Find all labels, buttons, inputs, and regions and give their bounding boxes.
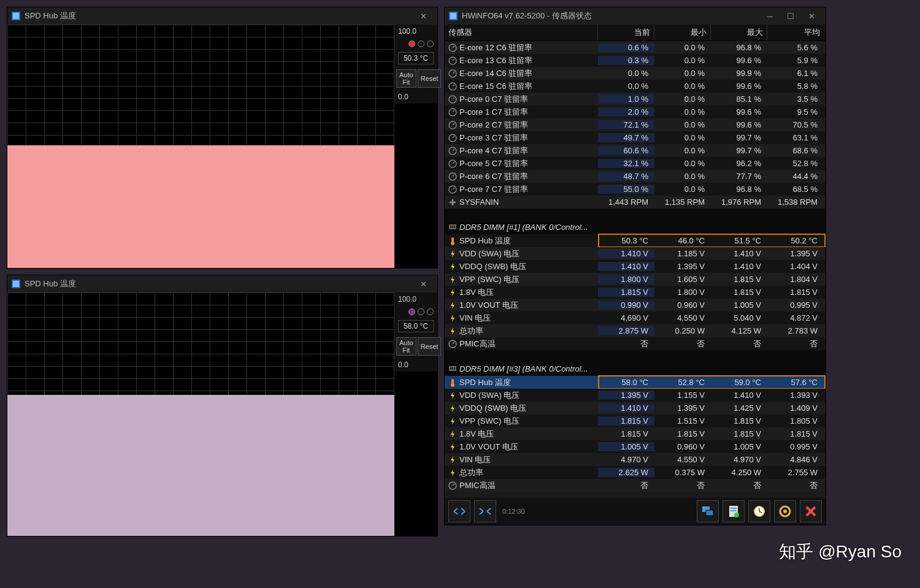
- sensor-row[interactable]: 总功率2.625 W0.375 W4.250 W2.755 W: [445, 466, 826, 479]
- reset-button[interactable]: Reset: [418, 337, 442, 356]
- titlebar[interactable]: SPD Hub 温度 ✕: [7, 7, 437, 25]
- titlebar[interactable]: HWiNFO64 v7.62-5200 - 传感器状态 ─ ☐ ✕: [445, 7, 826, 25]
- sensor-row[interactable]: 总功率2.875 W0.250 W4.125 W2.783 W: [445, 324, 826, 337]
- collapse-button[interactable]: [474, 500, 496, 522]
- header-sensor[interactable]: 传感器: [445, 25, 598, 40]
- sensor-row[interactable]: VPP (SWC) 电压1.800 V1.605 V1.815 V1.804 V: [445, 273, 826, 286]
- sensor-row[interactable]: SPD Hub 温度50.3 °C46.0 °C51.5 °C50.2 °C: [445, 234, 826, 247]
- marker-active-icon[interactable]: [408, 40, 415, 47]
- log-button[interactable]: [723, 500, 745, 522]
- value-avg: 1,538 RPM: [767, 197, 824, 207]
- close-button[interactable]: ✕: [413, 277, 434, 291]
- monitors-button[interactable]: [697, 500, 719, 522]
- sensor-name: 总功率: [459, 326, 483, 337]
- marker-active-icon[interactable]: [408, 308, 415, 315]
- marker-icon[interactable]: [427, 40, 434, 47]
- sensor-row[interactable]: VDD (SWA) 电压1.395 V1.155 V1.410 V1.393 V: [445, 389, 826, 402]
- volt-icon: [448, 417, 457, 426]
- volt-icon: [448, 250, 457, 258]
- sensor-row[interactable]: P-core 4 C7 驻留率60.6 %0.0 %99.7 %68.6 %: [445, 144, 826, 157]
- sensor-row[interactable]: E-core 14 C6 驻留率0.0 %0.0 %99.9 %6.1 %: [445, 67, 826, 80]
- close-button[interactable]: ✕: [413, 9, 434, 23]
- sensor-row[interactable]: P-core 3 C7 驻留率49.7 %0.0 %99.7 %63.1 %: [445, 131, 826, 144]
- sensor-row[interactable]: VDD (SWA) 电压1.410 V1.185 V1.410 V1.395 V: [445, 247, 826, 260]
- sensor-name: SPD Hub 温度: [459, 377, 511, 388]
- sensor-row[interactable]: 1.8V 电压1.815 V1.815 V1.815 V1.815 V: [445, 427, 826, 440]
- sensor-row[interactable]: VDDQ (SWB) 电压1.410 V1.395 V1.410 V1.404 …: [445, 260, 826, 273]
- sensor-row[interactable]: P-core 1 C7 驻留率2.0 %0.0 %99.6 %9.5 %: [445, 105, 826, 118]
- sensor-row[interactable]: E-core 15 C6 驻留率0.0 %0.0 %99.6 %5.8 %: [445, 80, 826, 93]
- sensor-row[interactable]: PMIC高温否否否否: [445, 337, 826, 350]
- value-current: 1.410 V: [598, 262, 654, 271]
- value-current: 2.625 W: [598, 468, 654, 477]
- sensor-name: VIN 电压: [459, 313, 491, 324]
- exit-button[interactable]: [800, 500, 822, 522]
- sensor-row[interactable]: SPD Hub 温度58.0 °C52.8 °C59.0 °C57.6 °C: [445, 376, 826, 389]
- spacer-row: [445, 350, 826, 361]
- value-min: 1.515 V: [654, 416, 711, 426]
- graph-axis: 100.0 50.3 °C Auto Fit Reset 0.0: [394, 25, 437, 104]
- reset-button[interactable]: Reset: [418, 69, 442, 88]
- sensor-row[interactable]: P-core 0 C7 驻留率1.0 %0.0 %85.1 %3.5 %: [445, 93, 826, 105]
- sensor-row[interactable]: P-core 6 C7 驻留率48.7 %0.0 %77.7 %44.4 %: [445, 170, 826, 183]
- temp-icon: [448, 378, 457, 387]
- sensor-row[interactable]: P-core 2 C7 驻留率72.1 %0.0 %99.6 %70.5 %: [445, 118, 826, 131]
- value-current: 2.875 W: [598, 326, 654, 335]
- autofit-button[interactable]: Auto Fit: [396, 337, 416, 356]
- sensor-row[interactable]: P-core 5 C7 驻留率32.1 %0.0 %96.2 %52.8 %: [445, 157, 826, 170]
- value-current: 否: [598, 480, 654, 491]
- titlebar[interactable]: SPD Hub 温度 ✕: [7, 275, 437, 292]
- series-markers[interactable]: [394, 38, 437, 50]
- minimize-button[interactable]: ─: [759, 9, 780, 23]
- settings-button[interactable]: [774, 500, 796, 522]
- sensor-row[interactable]: VPP (SWC) 电压1.815 V1.515 V1.815 V1.805 V: [445, 414, 826, 427]
- sensor-row[interactable]: VIN 电压4.690 V4.550 V5.040 V4.872 V: [445, 311, 826, 324]
- value-current: 1,443 RPM: [598, 197, 654, 207]
- sensor-rows[interactable]: E-core 12 C6 驻留率0.6 %0.0 %96.8 %5.6 %E-c…: [445, 41, 826, 502]
- sensor-row[interactable]: 1.8V 电压1.815 V1.800 V1.815 V1.815 V: [445, 286, 826, 299]
- value-avg: 1.804 V: [767, 275, 824, 284]
- sensor-row[interactable]: SYSFANIN1,443 RPM1,135 RPM1,976 RPM1,538…: [445, 196, 826, 208]
- section-row[interactable]: DDR5 DIMM [#1] (BANK 0/Control...: [445, 220, 826, 234]
- marker-icon[interactable]: [418, 308, 424, 315]
- value-current: 60.6 %: [598, 146, 654, 155]
- sensor-row[interactable]: 1.0V VOUT 电压0.990 V0.960 V1.005 V0.995 V: [445, 299, 826, 311]
- close-button[interactable]: ✕: [801, 9, 822, 23]
- expand-button[interactable]: [448, 500, 470, 522]
- volt-icon: [448, 288, 457, 297]
- graph-area[interactable]: 100.0 50.3 °C Auto Fit Reset 0.0: [7, 25, 437, 268]
- clock-button[interactable]: [748, 500, 770, 522]
- value-avg: 1.409 V: [767, 403, 824, 413]
- sensor-row[interactable]: 1.0V VOUT 电压1.005 V0.960 V1.005 V0.995 V: [445, 440, 826, 453]
- spacer-row: [445, 208, 826, 220]
- header-avg[interactable]: 平均: [767, 25, 824, 40]
- value-avg: 1.395 V: [767, 249, 824, 258]
- sensor-name: P-core 2 C7 驻留率: [459, 120, 528, 131]
- sensor-row[interactable]: VDDQ (SWB) 电压1.410 V1.395 V1.425 V1.409 …: [445, 402, 826, 414]
- autofit-button[interactable]: Auto Fit: [396, 69, 416, 88]
- series-markers[interactable]: [394, 306, 437, 318]
- value-min: 4.550 V: [654, 313, 711, 323]
- sensor-row[interactable]: VIN 电压4.970 V4.550 V4.970 V4.846 V: [445, 453, 826, 466]
- sensor-row[interactable]: P-core 7 C7 驻留率55.0 %0.0 %96.8 %68.5 %: [445, 183, 826, 196]
- maximize-button[interactable]: ☐: [780, 9, 801, 23]
- marker-icon[interactable]: [418, 40, 424, 47]
- header-max[interactable]: 最大: [711, 25, 767, 40]
- svg-point-24: [451, 242, 454, 245]
- section-row[interactable]: DDR5 DIMM [#3] (BANK 0/Control...: [445, 361, 826, 376]
- column-headers[interactable]: 传感器 当前 最小 最大 平均: [445, 25, 826, 41]
- value-min: 0.0 %: [654, 69, 711, 78]
- sensor-row[interactable]: E-core 12 C6 驻留率0.6 %0.0 %96.8 %5.6 %: [445, 41, 826, 54]
- sensor-name: VDDQ (SWB) 电压: [459, 403, 526, 414]
- svg-point-42: [783, 510, 787, 513]
- sensor-row[interactable]: E-core 13 C6 驻留率0.3 %0.0 %99.6 %5.9 %: [445, 54, 826, 67]
- sensor-row[interactable]: PMIC高温否否否否: [445, 479, 826, 492]
- header-current[interactable]: 当前: [598, 25, 654, 40]
- header-min[interactable]: 最小: [654, 25, 711, 40]
- marker-icon[interactable]: [427, 308, 434, 315]
- value-max: 99.7 %: [711, 146, 767, 155]
- app-icon: [11, 279, 21, 289]
- value-min: 1.395 V: [654, 262, 711, 271]
- value-current: 55.0 %: [598, 185, 654, 194]
- graph-area[interactable]: 100.0 58.0 °C Auto Fit Reset 0.0: [7, 292, 437, 536]
